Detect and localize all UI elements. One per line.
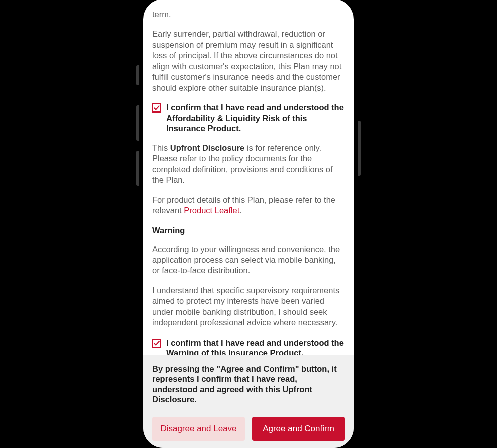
phone-frame: term. Early surrender, partial withdrawa… <box>139 0 358 448</box>
warning-paragraph-2: I understand that specific supervisory r… <box>152 285 345 328</box>
affordability-confirm-label: I confirm that I have read and understoo… <box>166 102 345 134</box>
footer-confirm-text: By pressing the "Agree and Confirm" butt… <box>152 364 345 405</box>
warning-checkbox[interactable] <box>152 339 161 348</box>
footer-area: By pressing the "Agree and Confirm" butt… <box>143 355 354 449</box>
upfront-pre: This <box>152 143 170 152</box>
warning-confirm-label: I confirm that I have read and understoo… <box>166 338 345 355</box>
warning-paragraph-1: According to your willingness and conven… <box>152 244 345 276</box>
upfront-bold: Upfront Disclosure <box>170 143 245 152</box>
disclosure-content[interactable]: term. Early surrender, partial withdrawa… <box>143 0 354 355</box>
upfront-disclosure-paragraph: This Upfront Disclosure is for reference… <box>152 143 345 186</box>
warning-confirm-row: I confirm that I have read and understoo… <box>152 338 345 355</box>
button-row: Disagree and Leave Agree and Confirm <box>152 417 345 441</box>
phone-power-button <box>358 121 361 176</box>
warning-heading: Warning <box>152 226 185 235</box>
affordability-checkbox[interactable] <box>152 103 161 113</box>
term-text-tail: term. <box>152 9 345 20</box>
surrender-paragraph: Early surrender, partial withdrawal, red… <box>152 29 345 93</box>
disagree-button[interactable]: Disagree and Leave <box>152 417 245 441</box>
product-leaflet-link[interactable]: Product Leaflet <box>184 206 239 215</box>
leaflet-pre: For product details of this Plan, please… <box>152 195 335 215</box>
agree-button[interactable]: Agree and Confirm <box>252 417 345 441</box>
check-icon <box>153 340 160 347</box>
leaflet-post: . <box>239 206 242 215</box>
check-icon <box>153 104 160 111</box>
affordability-confirm-row: I confirm that I have read and understoo… <box>152 102 345 134</box>
app-screen: term. Early surrender, partial withdrawa… <box>143 0 354 448</box>
product-leaflet-paragraph: For product details of this Plan, please… <box>152 195 345 216</box>
